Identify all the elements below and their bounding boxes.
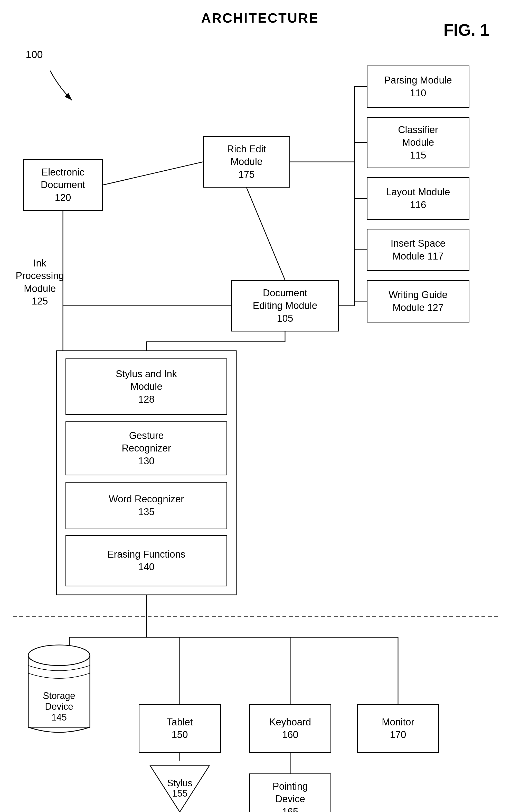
gesture-recognizer-label: GestureRecognizer130 xyxy=(122,429,171,467)
insert-space-module-label: Insert SpaceModule 117 xyxy=(391,237,445,263)
erasing-functions-box: Erasing Functions140 xyxy=(66,535,227,586)
svg-text:Storage: Storage xyxy=(43,690,75,701)
classifier-module-box: ClassifierModule115 xyxy=(367,117,469,168)
svg-text:155: 155 xyxy=(172,788,187,798)
monitor-box: Monitor170 xyxy=(357,704,439,753)
electronic-document-box: ElectronicDocument120 xyxy=(23,159,103,211)
insert-space-module-box: Insert SpaceModule 117 xyxy=(367,229,469,271)
document-editing-module-label: DocumentEditing Module105 xyxy=(253,287,317,325)
keyboard-label: Keyboard160 xyxy=(269,716,311,741)
layout-module-label: Layout Module116 xyxy=(386,186,450,211)
fig-label: FIG. 1 xyxy=(443,21,489,40)
svg-text:145: 145 xyxy=(51,712,67,722)
word-recognizer-box: Word Recognizer135 xyxy=(66,482,227,530)
svg-point-30 xyxy=(28,645,90,666)
svg-line-1 xyxy=(246,188,285,280)
stylus-ink-module-label: Stylus and InkModule128 xyxy=(116,368,177,406)
parsing-module-label: Parsing Module110 xyxy=(384,74,452,99)
monitor-label: Monitor170 xyxy=(382,716,414,741)
word-recognizer-label: Word Recognizer135 xyxy=(109,493,184,518)
layout-module-box: Layout Module116 xyxy=(367,177,469,220)
keyboard-box: Keyboard160 xyxy=(249,704,331,753)
svg-line-12 xyxy=(103,162,203,185)
pointing-device-box: PointingDevice165 xyxy=(249,773,331,812)
rich-edit-module-box: Rich EditModule175 xyxy=(203,136,290,188)
tablet-box: Tablet150 xyxy=(139,704,221,753)
ink-processing-module-label: InkProcessingModule125 xyxy=(16,257,64,308)
stylus-ink-module-box: Stylus and InkModule128 xyxy=(66,359,227,415)
writing-guide-module-box: Writing GuideModule 127 xyxy=(367,280,469,322)
svg-text:Device: Device xyxy=(45,701,73,712)
page-title: ARCHITECTURE xyxy=(201,10,319,26)
writing-guide-module-label: Writing GuideModule 127 xyxy=(389,289,448,314)
storage-device-cylinder: Storage Device 145 xyxy=(26,640,93,748)
erasing-functions-label: Erasing Functions140 xyxy=(107,548,185,573)
pointing-device-label: PointingDevice165 xyxy=(272,780,308,812)
rich-edit-module-label: Rich EditModule175 xyxy=(227,143,266,181)
page: ARCHITECTURE FIG. 1 100 xyxy=(0,0,520,812)
stylus-triangle: Stylus 155 xyxy=(145,761,214,812)
document-editing-module-box: DocumentEditing Module105 xyxy=(231,280,339,331)
tablet-label: Tablet150 xyxy=(167,716,192,741)
gesture-recognizer-box: GestureRecognizer130 xyxy=(66,421,227,475)
parsing-module-box: Parsing Module110 xyxy=(367,66,469,108)
electronic-document-label: ElectronicDocument120 xyxy=(41,166,85,204)
ref-100: 100 xyxy=(26,49,43,60)
svg-text:Stylus: Stylus xyxy=(167,778,192,788)
classifier-module-label: ClassifierModule115 xyxy=(398,124,438,162)
